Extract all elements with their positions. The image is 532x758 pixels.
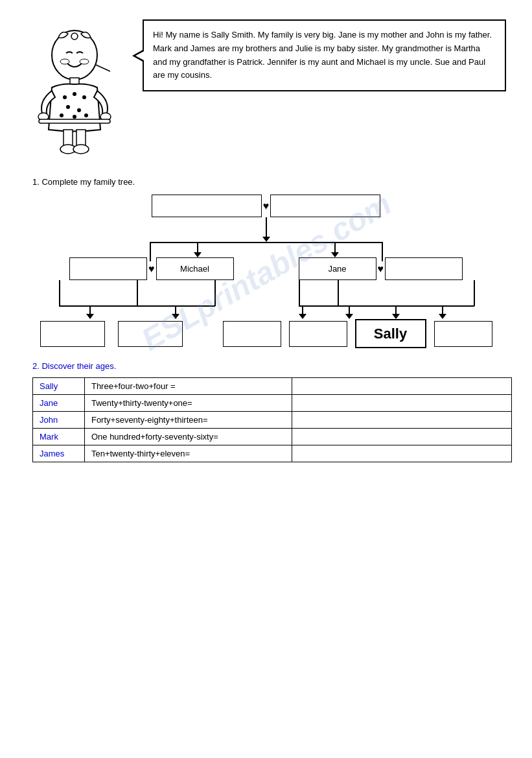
top-section: Hi! My name is Sally Smith. My family is… xyxy=(26,19,506,164)
svg-line-20 xyxy=(96,65,110,71)
michael-box: Michael xyxy=(156,257,234,280)
svg-point-10 xyxy=(60,113,64,117)
right-parent-arrow xyxy=(331,242,339,257)
svg-point-11 xyxy=(73,115,76,119)
age-row-answer[interactable] xyxy=(292,378,511,395)
svg-point-6 xyxy=(73,92,76,96)
parents-row: ♥ Michael Jane ♥ xyxy=(46,257,487,280)
ages-table: SallyThree+four-two+four =JaneTwenty+thi… xyxy=(32,377,512,462)
right-children: Sally xyxy=(223,319,492,348)
right-child-arrows xyxy=(299,306,446,319)
child4-box xyxy=(289,321,347,347)
age-row-formula: Three+four-two+four = xyxy=(84,378,292,395)
heart-symbol-left: ♥ xyxy=(148,263,155,275)
age-row-name: Jane xyxy=(33,395,85,412)
svg-point-8 xyxy=(66,105,70,109)
gp-line-shaft xyxy=(266,217,267,237)
right-parent-group: Jane ♥ xyxy=(299,257,463,280)
exercise2-section: 2. Discover their ages. SallyThree+four-… xyxy=(26,361,506,462)
heart-symbol-right: ♥ xyxy=(378,263,384,275)
sally-box: Sally xyxy=(355,319,426,348)
gen1-hline xyxy=(150,242,383,243)
table-row: JamesTen+twenty-thirty+eleven= xyxy=(33,445,512,462)
svg-rect-15 xyxy=(39,119,110,123)
children-row: Sally xyxy=(20,319,513,348)
child6-box xyxy=(434,321,492,347)
parents-arrows-row xyxy=(65,242,467,257)
age-row-answer[interactable] xyxy=(292,412,511,429)
jane-box: Jane xyxy=(299,257,376,280)
child3-box xyxy=(223,321,281,347)
exercise1-label: 1. Complete my family tree. xyxy=(32,177,506,187)
age-row-formula: Twenty+thirty-twenty+one= xyxy=(84,395,292,412)
left-parent-blank xyxy=(69,257,147,280)
child1-box xyxy=(40,321,105,347)
child-arrows-row xyxy=(27,306,506,319)
table-row: JaneTwenty+thirty-twenty+one= xyxy=(33,395,512,412)
svg-point-1 xyxy=(71,33,78,40)
speech-text: Hi! My name is Sally Smith. My family is… xyxy=(153,30,492,80)
age-row-formula: Ten+twenty-thirty+eleven= xyxy=(84,445,292,462)
left-child-arrows xyxy=(86,306,179,319)
age-row-name: Mark xyxy=(33,429,85,445)
heart-symbol-top: ♥ xyxy=(263,200,270,212)
left-children xyxy=(40,321,183,347)
age-row-formula: Forty+seventy-eighty+thirteen= xyxy=(84,412,292,429)
table-row: JohnForty+seventy-eighty+thirteen= xyxy=(33,412,512,429)
table-row: SallyThree+four-two+four = xyxy=(33,378,512,395)
child2-box xyxy=(118,321,183,347)
left-family-connector xyxy=(59,280,234,306)
age-row-formula: One hundred+forty-seventy-sixty= xyxy=(84,429,292,445)
character-illustration xyxy=(26,19,130,164)
table-row: MarkOne hundred+forty-seventy-sixty= xyxy=(33,429,512,445)
gen2-connectors-top xyxy=(46,280,487,306)
speech-bubble: Hi! My name is Sally Smith. My family is… xyxy=(143,19,506,91)
left-parent-arrow xyxy=(194,242,202,257)
svg-point-9 xyxy=(77,108,81,112)
grandparent-right-box xyxy=(270,195,380,217)
age-row-name: John xyxy=(33,412,85,429)
gp-arrow xyxy=(262,217,270,242)
svg-point-12 xyxy=(84,113,88,117)
svg-point-5 xyxy=(63,95,67,99)
age-row-answer[interactable] xyxy=(292,445,511,462)
gen1-left-vline xyxy=(150,242,151,261)
age-row-answer[interactable] xyxy=(292,429,511,445)
left-parent-group: ♥ Michael xyxy=(69,257,234,280)
gen1-right-vline xyxy=(382,242,383,261)
right-parent-blank xyxy=(385,257,463,280)
svg-point-19 xyxy=(73,145,89,154)
svg-point-7 xyxy=(82,95,86,99)
grandparent-left-box xyxy=(152,195,262,217)
age-row-name: James xyxy=(33,445,85,462)
gp-arrow-head xyxy=(262,237,270,242)
family-tree: ESLprintables.com ♥ ♥ Michael xyxy=(26,195,506,348)
character-svg xyxy=(26,19,123,162)
age-row-name: Sally xyxy=(33,378,85,395)
grandparents-row: ♥ xyxy=(152,195,381,217)
age-row-answer[interactable] xyxy=(292,395,511,412)
exercise2-label: 2. Discover their ages. xyxy=(32,361,506,371)
right-family-connector xyxy=(299,280,474,306)
